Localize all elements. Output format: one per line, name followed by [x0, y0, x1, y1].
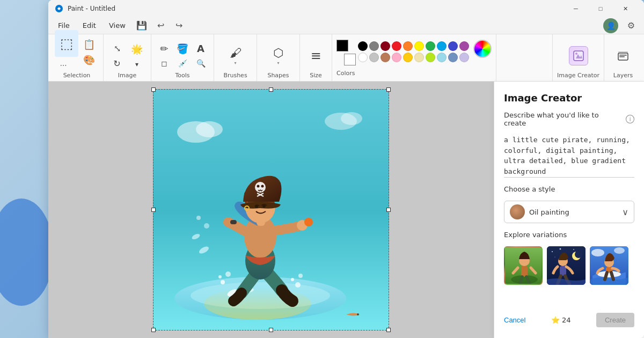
svg-point-64	[614, 247, 625, 254]
selection-label: Selection	[63, 72, 91, 81]
menu-right: 👤 ⚙	[603, 18, 640, 33]
svg-line-50	[520, 277, 522, 284]
svg-point-2	[575, 53, 577, 55]
eyedropper-button[interactable]: 💉	[174, 56, 191, 70]
tools-col3: A 🔍	[192, 41, 209, 70]
redo-button[interactable]: ↪	[171, 18, 188, 33]
prompt-label: Describe what you'd like to create	[504, 111, 623, 127]
svg-point-42	[341, 112, 362, 125]
ribbon-group-image: ⤡ ↻ 🌟 ▾ Image	[104, 34, 151, 81]
user-avatar[interactable]: 👤	[603, 18, 618, 33]
minimize-button[interactable]: ─	[564, 0, 588, 17]
image-dropdown[interactable]: ▾	[127, 58, 147, 71]
foreground-color-box[interactable]	[336, 40, 348, 52]
tools-col2: 🪣 💉	[174, 41, 191, 70]
color-pink[interactable]	[392, 53, 401, 62]
brushes-content: 🖌 ▾	[224, 36, 247, 72]
color-green[interactable]	[426, 41, 435, 51]
color-cyan[interactable]	[437, 41, 447, 51]
svg-rect-4	[618, 52, 628, 53]
color-swatches	[358, 40, 469, 62]
style-dropdown[interactable]: Oil painting ∨	[504, 201, 634, 223]
color-selector	[336, 40, 356, 65]
image-tools: ⤡ ↻ 🌟 ▾	[108, 36, 147, 72]
color-lightgray[interactable]	[369, 53, 379, 62]
size-button[interactable]: ≡	[305, 41, 327, 70]
color-orange[interactable]	[403, 41, 413, 51]
text-button[interactable]: A	[192, 41, 209, 55]
image-creator-ribbon-label: Image Creator	[557, 72, 599, 81]
svg-rect-47	[521, 266, 528, 277]
shapes-label: Shapes	[267, 72, 289, 81]
color-lime[interactable]	[426, 53, 435, 62]
image-creator-button[interactable]	[565, 41, 592, 70]
color-lavender[interactable]	[459, 53, 469, 62]
select-rect-button[interactable]: ⬚	[55, 30, 78, 57]
style-thumbnail	[510, 204, 525, 219]
explore-label: Explore variations	[504, 231, 634, 239]
menu-view[interactable]: View	[104, 19, 131, 32]
svg-point-37	[262, 204, 266, 208]
maximize-button[interactable]: □	[588, 0, 613, 17]
tools-label: Tools	[175, 72, 189, 81]
prompt-textarea[interactable]: a little cute pirate, running, colorful,…	[504, 135, 634, 178]
color-gold[interactable]	[403, 53, 413, 62]
svg-point-36	[255, 205, 258, 208]
settings-button[interactable]: ⚙	[623, 18, 640, 33]
paste-button[interactable]: 📋	[79, 36, 99, 52]
layers-button[interactable]	[611, 41, 635, 70]
color-brown[interactable]	[380, 53, 390, 62]
color-blue[interactable]	[448, 41, 458, 51]
selection-col2: 📋 🎨	[79, 36, 99, 66]
image-label: Image	[118, 72, 136, 81]
colors-label: Colors	[336, 70, 492, 79]
variations-row	[504, 246, 634, 285]
color-white[interactable]	[358, 53, 368, 62]
color-red[interactable]	[392, 41, 401, 51]
color-purple[interactable]	[459, 41, 469, 51]
rotate-button[interactable]: ↻	[108, 56, 126, 70]
background-color-box[interactable]	[344, 54, 356, 65]
variation-3[interactable]	[590, 246, 628, 285]
variation-2[interactable]	[547, 246, 586, 285]
create-button[interactable]: Create	[596, 313, 634, 327]
color-picker-button[interactable]	[473, 40, 492, 58]
shapes-button[interactable]: ⬡ ▾	[267, 41, 290, 70]
ai-enhance-button[interactable]: 🌟	[127, 41, 147, 57]
color-yellow[interactable]	[414, 41, 424, 51]
magnify-button[interactable]: 🔍	[192, 56, 209, 70]
ribbon: ⬚ ⋯ 📋 🎨 Selection ⤡ ↻ 🌟	[48, 34, 644, 82]
pencil-button[interactable]: ✏️	[156, 41, 173, 55]
image-creator-icon	[569, 46, 588, 65]
color-black[interactable]	[358, 41, 368, 51]
svg-point-57	[555, 257, 555, 258]
title-bar-left: Paint - Untitled	[55, 4, 115, 13]
variation-1[interactable]	[504, 246, 543, 285]
menu-bar: File Edit View 💾 ↩ ↪ 👤 ⚙	[48, 17, 644, 34]
color-steelblue[interactable]	[448, 53, 458, 62]
title-bar: Paint - Untitled ─ □ ✕	[48, 0, 644, 17]
eraser-button[interactable]: ◻	[156, 56, 173, 70]
close-button[interactable]: ✕	[613, 0, 638, 17]
footer-row: Cancel ⭐ 24 Create	[504, 307, 634, 327]
resize-button[interactable]: ⤡	[108, 41, 126, 55]
image-creator-title: Image Creator	[504, 92, 634, 104]
fill-button[interactable]: 🪣	[174, 41, 191, 55]
select-free-button[interactable]: ⋯	[55, 58, 72, 72]
svg-point-63	[591, 249, 604, 256]
color-darkgray[interactable]	[369, 41, 379, 51]
prompt-label-row: Describe what you'd like to create i	[504, 111, 634, 127]
color-lightblue[interactable]	[437, 53, 447, 62]
cancel-button[interactable]: Cancel	[504, 316, 525, 324]
undo-button[interactable]: ↩	[152, 18, 170, 33]
layers-content	[611, 36, 635, 72]
paint-bucket-button[interactable]: 🎨	[79, 53, 99, 66]
svg-point-31	[255, 182, 266, 193]
info-icon[interactable]: i	[626, 115, 634, 123]
canvas-area[interactable]	[48, 82, 494, 338]
color-darkred[interactable]	[380, 41, 390, 51]
color-row-top	[358, 41, 469, 51]
brushes-button[interactable]: 🖌 ▾	[224, 41, 247, 70]
save-button[interactable]: 💾	[133, 18, 150, 33]
color-lightyellow[interactable]	[414, 53, 424, 62]
